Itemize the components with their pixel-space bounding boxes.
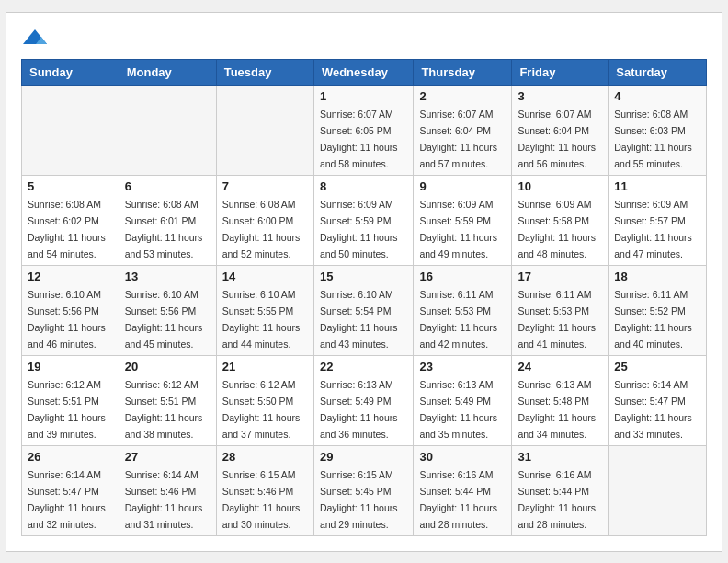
day-number: 14 [222,270,308,283]
weekday-header-saturday: Saturday [609,59,707,85]
day-cell: 26Sunrise: 6:14 AM Sunset: 5:47 PM Dayli… [22,445,119,535]
day-cell: 1Sunrise: 6:07 AM Sunset: 6:05 PM Daylig… [313,85,414,175]
day-cell: 12Sunrise: 6:10 AM Sunset: 5:56 PM Dayli… [22,265,119,355]
day-info: Sunrise: 6:11 AM Sunset: 5:52 PM Dayligh… [614,289,692,350]
day-info: Sunrise: 6:08 AM Sunset: 6:01 PM Dayligh… [125,199,203,259]
weekday-header-tuesday: Tuesday [216,59,313,85]
week-row-3: 12Sunrise: 6:10 AM Sunset: 5:56 PM Dayli… [22,265,707,355]
day-info: Sunrise: 6:13 AM Sunset: 5:49 PM Dayligh… [320,379,398,440]
day-number: 4 [614,89,700,103]
day-info: Sunrise: 6:14 AM Sunset: 5:47 PM Dayligh… [28,469,106,530]
day-info: Sunrise: 6:13 AM Sunset: 5:49 PM Dayligh… [419,379,497,440]
day-cell: 22Sunrise: 6:13 AM Sunset: 5:49 PM Dayli… [313,355,414,445]
day-number: 20 [125,360,210,373]
day-info: Sunrise: 6:07 AM Sunset: 6:04 PM Dayligh… [518,109,596,169]
day-number: 3 [518,89,602,103]
logo-icon [21,28,49,50]
calendar-thead: SundayMondayTuesdayWednesdayThursdayFrid… [22,59,707,85]
day-number: 28 [222,450,308,464]
day-number: 21 [222,360,308,373]
day-cell: 31Sunrise: 6:16 AM Sunset: 5:44 PM Dayli… [512,445,609,535]
day-cell: 4Sunrise: 6:08 AM Sunset: 6:03 PM Daylig… [609,85,707,175]
day-cell: 7Sunrise: 6:08 AM Sunset: 6:00 PM Daylig… [216,175,313,265]
day-cell: 27Sunrise: 6:14 AM Sunset: 5:46 PM Dayli… [119,445,216,535]
weekday-header-thursday: Thursday [414,59,512,85]
day-info: Sunrise: 6:09 AM Sunset: 5:59 PM Dayligh… [419,199,497,259]
day-number: 17 [518,270,602,283]
day-number: 26 [28,450,113,464]
day-number: 15 [320,270,408,283]
weekday-header-sunday: Sunday [22,59,119,85]
weekday-header-wednesday: Wednesday [313,59,414,85]
day-info: Sunrise: 6:09 AM Sunset: 5:57 PM Dayligh… [614,199,692,259]
logo [21,28,52,50]
day-info: Sunrise: 6:15 AM Sunset: 5:46 PM Dayligh… [222,469,301,530]
day-info: Sunrise: 6:07 AM Sunset: 6:05 PM Dayligh… [320,109,398,169]
day-number: 2 [419,89,506,103]
day-info: Sunrise: 6:09 AM Sunset: 5:59 PM Dayligh… [320,199,398,259]
day-cell: 9Sunrise: 6:09 AM Sunset: 5:59 PM Daylig… [414,175,512,265]
week-row-4: 19Sunrise: 6:12 AM Sunset: 5:51 PM Dayli… [22,355,707,445]
day-cell: 8Sunrise: 6:09 AM Sunset: 5:59 PM Daylig… [313,175,414,265]
day-number: 11 [614,179,700,193]
weekday-header-monday: Monday [119,59,216,85]
day-number: 19 [28,360,113,373]
day-cell: 25Sunrise: 6:14 AM Sunset: 5:47 PM Dayli… [609,355,707,445]
day-number: 13 [125,270,210,283]
day-number: 29 [320,450,408,464]
week-row-1: 1Sunrise: 6:07 AM Sunset: 6:05 PM Daylig… [22,85,707,175]
day-cell: 17Sunrise: 6:11 AM Sunset: 5:53 PM Dayli… [512,265,609,355]
day-info: Sunrise: 6:10 AM Sunset: 5:56 PM Dayligh… [125,289,203,350]
day-cell [609,445,707,535]
day-info: Sunrise: 6:09 AM Sunset: 5:58 PM Dayligh… [518,199,596,259]
day-cell: 29Sunrise: 6:15 AM Sunset: 5:45 PM Dayli… [313,445,414,535]
day-number: 30 [419,450,506,464]
day-cell: 2Sunrise: 6:07 AM Sunset: 6:04 PM Daylig… [414,85,512,175]
day-number: 31 [518,450,602,464]
day-cell: 11Sunrise: 6:09 AM Sunset: 5:57 PM Dayli… [609,175,707,265]
day-info: Sunrise: 6:11 AM Sunset: 5:53 PM Dayligh… [518,289,596,350]
day-cell: 18Sunrise: 6:11 AM Sunset: 5:52 PM Dayli… [609,265,707,355]
calendar-container: SundayMondayTuesdayWednesdayThursdayFrid… [6,12,722,552]
day-number: 8 [320,179,408,193]
weekday-header-friday: Friday [512,59,609,85]
day-number: 25 [614,360,700,373]
day-number: 12 [28,270,113,283]
day-cell: 30Sunrise: 6:16 AM Sunset: 5:44 PM Dayli… [414,445,512,535]
day-cell: 19Sunrise: 6:12 AM Sunset: 5:51 PM Dayli… [22,355,119,445]
day-cell: 6Sunrise: 6:08 AM Sunset: 6:01 PM Daylig… [119,175,216,265]
day-cell: 20Sunrise: 6:12 AM Sunset: 5:51 PM Dayli… [119,355,216,445]
day-info: Sunrise: 6:12 AM Sunset: 5:51 PM Dayligh… [125,379,203,440]
day-number: 7 [222,179,308,193]
day-cell: 23Sunrise: 6:13 AM Sunset: 5:49 PM Dayli… [414,355,512,445]
day-cell: 14Sunrise: 6:10 AM Sunset: 5:55 PM Dayli… [216,265,313,355]
day-cell: 3Sunrise: 6:07 AM Sunset: 6:04 PM Daylig… [512,85,609,175]
day-cell: 24Sunrise: 6:13 AM Sunset: 5:48 PM Dayli… [512,355,609,445]
day-info: Sunrise: 6:10 AM Sunset: 5:56 PM Dayligh… [28,289,106,350]
week-row-5: 26Sunrise: 6:14 AM Sunset: 5:47 PM Dayli… [22,445,707,535]
day-cell: 16Sunrise: 6:11 AM Sunset: 5:53 PM Dayli… [414,265,512,355]
calendar-body: 1Sunrise: 6:07 AM Sunset: 6:05 PM Daylig… [22,85,707,535]
day-info: Sunrise: 6:08 AM Sunset: 6:00 PM Dayligh… [222,199,301,259]
day-cell: 5Sunrise: 6:08 AM Sunset: 6:02 PM Daylig… [22,175,119,265]
day-number: 18 [614,270,700,283]
day-info: Sunrise: 6:08 AM Sunset: 6:02 PM Dayligh… [28,199,106,259]
day-info: Sunrise: 6:08 AM Sunset: 6:03 PM Dayligh… [614,109,692,169]
day-cell: 21Sunrise: 6:12 AM Sunset: 5:50 PM Dayli… [216,355,313,445]
day-info: Sunrise: 6:14 AM Sunset: 5:47 PM Dayligh… [614,379,692,440]
day-number: 5 [28,179,113,193]
day-info: Sunrise: 6:14 AM Sunset: 5:46 PM Dayligh… [125,469,203,530]
day-number: 23 [419,360,506,373]
day-cell: 28Sunrise: 6:15 AM Sunset: 5:46 PM Dayli… [216,445,313,535]
day-info: Sunrise: 6:13 AM Sunset: 5:48 PM Dayligh… [518,379,596,440]
day-info: Sunrise: 6:10 AM Sunset: 5:55 PM Dayligh… [222,289,301,350]
weekday-header-row: SundayMondayTuesdayWednesdayThursdayFrid… [22,59,707,85]
day-info: Sunrise: 6:16 AM Sunset: 5:44 PM Dayligh… [419,469,497,530]
day-number: 24 [518,360,602,373]
day-info: Sunrise: 6:16 AM Sunset: 5:44 PM Dayligh… [518,469,596,530]
day-number: 22 [320,360,408,373]
day-cell [216,85,313,175]
calendar-table: SundayMondayTuesdayWednesdayThursdayFrid… [21,59,707,536]
day-cell [119,85,216,175]
day-info: Sunrise: 6:12 AM Sunset: 5:50 PM Dayligh… [222,379,301,440]
